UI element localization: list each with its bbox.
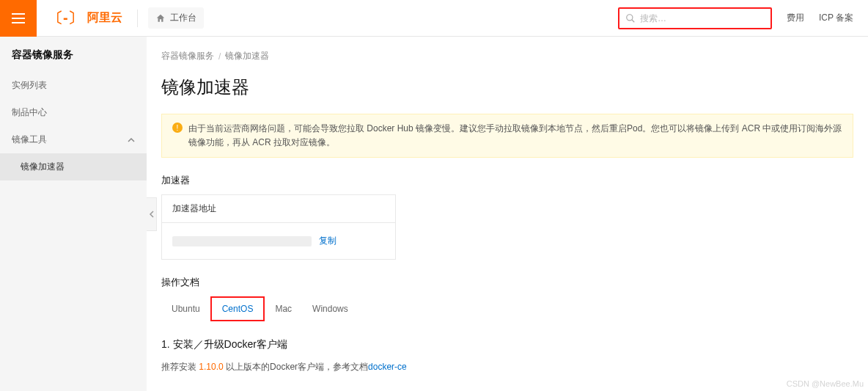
logo-text: 阿里云	[87, 10, 122, 26]
header-divider	[137, 10, 138, 27]
accelerator-heading: 加速器	[161, 174, 853, 187]
search-box[interactable]	[618, 7, 772, 29]
sidebar: 容器镜像服务 实例列表 制品中心 镜像工具 镜像加速器	[0, 37, 147, 391]
step1-version: 1.10.0	[199, 362, 223, 372]
alert-text: 由于当前运营商网络问题，可能会导致您拉取 Docker Hub 镜像变慢。建议您…	[188, 122, 842, 150]
alert-banner: ! 由于当前运营商网络问题，可能会导致您拉取 Docker Hub 镜像变慢。建…	[161, 114, 853, 158]
chevron-up-icon	[128, 136, 135, 144]
tab-mac[interactable]: Mac	[265, 298, 302, 320]
sidebar-item-artifacts[interactable]: 制品中心	[0, 99, 147, 126]
logo-bracket-icon: 〔-〕	[48, 8, 83, 28]
svg-point-0	[627, 14, 633, 20]
step1-mid: 以上版本的Docker客户端，参考文档	[224, 362, 368, 372]
sidebar-sub-accelerator[interactable]: 镜像加速器	[0, 153, 147, 180]
step1-text: 推荐安装 1.10.0 以上版本的Docker客户端，参考文档docker-ce	[161, 359, 853, 376]
tab-ubuntu[interactable]: Ubuntu	[161, 298, 210, 320]
home-icon	[155, 13, 166, 23]
breadcrumb-root[interactable]: 容器镜像服务	[161, 50, 214, 62]
sidebar-item-instances[interactable]: 实例列表	[0, 72, 147, 99]
hamburger-menu-button[interactable]	[0, 0, 37, 37]
search-input[interactable]	[640, 13, 765, 23]
docker-ce-link[interactable]: docker-ce	[368, 362, 407, 372]
sidebar-item-label: 镜像工具	[12, 134, 47, 146]
hamburger-icon	[12, 13, 25, 23]
top-header: 〔-〕 阿里云 工作台 费用 ICP 备案	[0, 0, 868, 37]
main-layout: 容器镜像服务 实例列表 制品中心 镜像工具 镜像加速器 容器镜像服务 / 镜像加…	[0, 37, 868, 391]
warning-icon: !	[172, 123, 183, 133]
workbench-label: 工作台	[170, 12, 196, 24]
accelerator-box-title: 加速器地址	[162, 195, 395, 223]
sidebar-sub-label: 镜像加速器	[21, 161, 65, 172]
accelerator-box-body: 复制	[162, 223, 395, 259]
fee-link[interactable]: 费用	[787, 12, 804, 24]
icp-link[interactable]: ICP 备案	[819, 12, 853, 24]
sidebar-title: 容器镜像服务	[0, 48, 147, 72]
breadcrumb: 容器镜像服务 / 镜像加速器	[161, 50, 853, 62]
accelerator-box: 加速器地址 复制	[161, 194, 396, 260]
tab-windows[interactable]: Windows	[302, 298, 358, 320]
copy-button[interactable]: 复制	[319, 235, 336, 247]
watermark: CSDN @NewBee.Mu	[787, 379, 864, 388]
page-title: 镜像加速器	[161, 76, 853, 99]
sidebar-item-tools[interactable]: 镜像工具	[0, 126, 147, 153]
step1-pre: 推荐安装	[161, 362, 199, 372]
accelerator-address-redacted	[172, 236, 312, 246]
os-tabs: Ubuntu CentOS Mac Windows	[161, 296, 853, 322]
workbench-button[interactable]: 工作台	[148, 7, 204, 29]
sidebar-collapse-handle[interactable]	[147, 197, 157, 231]
search-icon	[625, 13, 636, 23]
aliyun-logo[interactable]: 〔-〕 阿里云	[37, 0, 134, 37]
breadcrumb-sep: /	[218, 51, 221, 62]
svg-line-1	[632, 19, 635, 22]
step1-title: 1. 安装／升级Docker客户端	[161, 338, 853, 351]
breadcrumb-current: 镜像加速器	[225, 50, 269, 62]
docs-heading: 操作文档	[161, 276, 853, 289]
content-area: 容器镜像服务 / 镜像加速器 镜像加速器 ! 由于当前运营商网络问题，可能会导致…	[147, 37, 868, 391]
tab-centos[interactable]: CentOS	[210, 296, 265, 321]
sidebar-item-label: 实例列表	[12, 79, 47, 92]
chevron-left-icon	[149, 211, 155, 218]
sidebar-item-label: 制品中心	[12, 106, 47, 119]
